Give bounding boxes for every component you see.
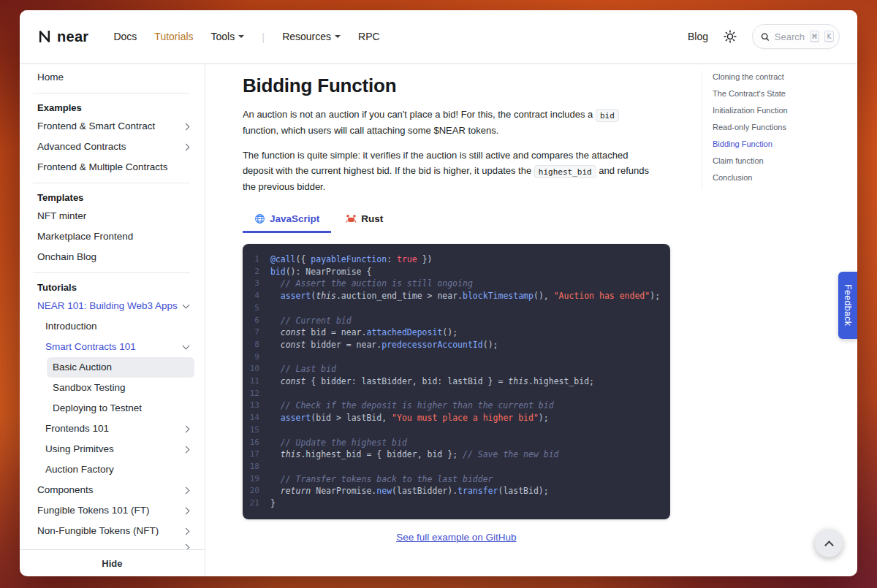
sidebar-item-near-101-building-web3-apps[interactable]: NEAR 101: Building Web3 Apps: [31, 296, 194, 316]
nav-item-tools[interactable]: Tools: [211, 31, 245, 42]
browser-window: near DocsTutorialsTools|ResourcesRPC Blo…: [20, 10, 857, 576]
toc-item-read-only-functions[interactable]: Read-only Functions: [713, 122, 848, 132]
code-line: 12: [243, 388, 670, 400]
chevron-right-icon[interactable]: [182, 425, 189, 432]
paragraph-line: The function is quite simple: it verifie…: [243, 148, 681, 163]
nav-item-docs[interactable]: Docs: [113, 31, 137, 42]
theme-toggle-button[interactable]: [720, 26, 740, 47]
code-content: // Transfer tokens back to the last bidd…: [270, 473, 493, 486]
toc-item-claim-function[interactable]: Claim function: [713, 156, 848, 166]
sidebar-item-basic-auction[interactable]: Basic Auction: [47, 357, 194, 378]
sidebar-item-label: Frontend & Smart Contract: [37, 120, 155, 133]
sidebar-item-label: NEAR 101: Building Web3 Apps: [37, 299, 178, 313]
sidebar-item-label: Frontend & Multiple Contracts: [37, 161, 168, 174]
toc-item-cloning-the-contract[interactable]: Cloning the contract: [713, 72, 848, 82]
sidebar-item-frontend-multiple-contracts[interactable]: Frontend & Multiple Contracts: [31, 157, 194, 177]
code-line: 3 // Assert the auction is still ongoing: [243, 278, 670, 290]
sidebar-item-fungible-tokens-101-ft[interactable]: Fungible Tokens 101 (FT): [31, 500, 194, 521]
content-area: HomeExamplesFrontend & Smart ContractAdv…: [20, 63, 857, 576]
paragraph-line: deposit with the current highest bid. If…: [243, 163, 681, 179]
sidebar-item-label: Smart Contracts 101: [45, 340, 136, 354]
code-content: assert(bid > lastBid, "You must place a …: [270, 412, 549, 424]
sidebar-item-nft-minter[interactable]: NFT minter: [31, 206, 194, 226]
code-line: 9: [243, 351, 670, 364]
chevron-right-icon[interactable]: [182, 143, 189, 150]
sidebar-item-using-primitves[interactable]: Using Primitves: [39, 439, 194, 459]
main-content: Bidding Function An auction is not an au…: [205, 63, 702, 576]
text-run: deposit with the current highest bid. If…: [243, 165, 534, 176]
toc-item-conclusion[interactable]: Conclusion: [713, 172, 848, 183]
chevron-right-icon[interactable]: [182, 544, 189, 549]
line-number: 9: [243, 351, 270, 364]
code-line: 16 // Update the highest bid: [243, 437, 670, 449]
sidebar-item-marketplace-frontend[interactable]: Marketplace Frontend: [31, 226, 194, 247]
chevron-down-icon[interactable]: [182, 343, 189, 350]
chevron-right-icon[interactable]: [182, 527, 189, 535]
sidebar-item-auction-factory[interactable]: Auction Factory: [39, 459, 194, 480]
feedback-button[interactable]: Feedback: [838, 272, 857, 339]
chevron-right-icon[interactable]: [182, 123, 189, 130]
sidebar-item-label: Using Primitves: [45, 443, 114, 456]
sidebar-item-components[interactable]: Components: [31, 480, 194, 500]
code-content: }: [270, 497, 276, 510]
paragraph: An auction is not an auction if you can'…: [243, 107, 681, 138]
chevron-right-icon[interactable]: [182, 507, 189, 514]
toc-item-initialization-function[interactable]: Initialization Function: [713, 105, 848, 115]
line-number: 8: [243, 339, 270, 351]
github-link[interactable]: See full example on GitHub: [243, 532, 670, 543]
line-number: 13: [243, 400, 270, 412]
nav-item-tutorials[interactable]: Tutorials: [154, 31, 193, 42]
page-title: Bidding Function: [243, 73, 665, 98]
line-number: 10: [243, 363, 270, 375]
sidebar-item-label: Non-Fungible Tokens (NFT): [37, 524, 159, 538]
inline-code: bid: [596, 109, 619, 122]
sidebar-item-non-fungible-tokens-nft[interactable]: Non-Fungible Tokens (NFT): [31, 521, 194, 541]
nav-item-resources[interactable]: Resources: [282, 31, 341, 42]
sidebar-divider: [33, 93, 190, 93]
sidebar-item-item[interactable]: [31, 541, 194, 549]
sidebar-item-advanced-contracts[interactable]: Advanced Contracts: [31, 137, 194, 157]
toc-item-the-contract-s-state[interactable]: The Contract's State: [713, 88, 848, 99]
code-content: // Update the highest bid: [270, 437, 407, 449]
sidebar-item-sandbox-testing[interactable]: Sandbox Testing: [47, 378, 194, 398]
code-content: bid(): NearPromise {: [270, 266, 371, 278]
sidebar-item-introduction[interactable]: Introduction: [39, 316, 194, 337]
sidebar-hide-button[interactable]: Hide: [20, 550, 205, 576]
paragraph-line: An auction is not an auction if you can'…: [243, 107, 681, 123]
sidebar-item-deploying-to-testnet[interactable]: Deploying to Testnet: [47, 398, 194, 419]
nav-item-blog[interactable]: Blog: [688, 31, 708, 42]
toc-item-bidding-function[interactable]: Bidding Function: [713, 139, 848, 149]
line-number: 14: [243, 412, 270, 424]
table-of-contents: Cloning the contractThe Contract's State…: [702, 63, 857, 576]
nav-item-label: Resources: [282, 31, 331, 42]
tab-rust[interactable]: Rust: [334, 207, 395, 233]
sidebar-item-onchain-blog[interactable]: Onchain Blog: [31, 247, 194, 267]
sidebar-item-frontend-smart-contract[interactable]: Frontend & Smart Contract: [31, 116, 194, 137]
sidebar-item-frontends-101[interactable]: Frontends 101: [39, 419, 194, 439]
line-number: 17: [243, 448, 270, 461]
scroll-top-button[interactable]: [815, 530, 843, 557]
paragraph-line: the previous bidder.: [243, 179, 681, 194]
line-number: 15: [243, 424, 270, 437]
chevron-right-icon[interactable]: [182, 486, 189, 494]
line-number: 18: [243, 461, 270, 473]
chevron-right-icon[interactable]: [182, 446, 189, 453]
sidebar-item-smart-contracts-101[interactable]: Smart Contracts 101: [39, 337, 194, 357]
tab-label: Rust: [361, 213, 383, 224]
text-run: and refunds: [596, 165, 649, 176]
code-line: 19 // Transfer tokens back to the last b…: [243, 473, 670, 486]
nav-item-rpc[interactable]: RPC: [358, 31, 380, 42]
caret-down-icon: [335, 35, 341, 38]
sidebar-item-home[interactable]: Home: [31, 67, 194, 88]
chevron-down-icon[interactable]: [182, 302, 189, 309]
tab-javascript[interactable]: JavaScript: [243, 207, 331, 233]
chevron-up-icon: [824, 541, 834, 550]
paragraph: The function is quite simple: it verifie…: [243, 148, 681, 194]
sidebar-item-label: Frontends 101: [45, 422, 109, 435]
line-number: 12: [243, 388, 270, 400]
search-button[interactable]: Search ⌘ K: [752, 24, 840, 49]
sidebar-section-tutorials: Tutorials: [31, 278, 194, 296]
code-content: assert(this.auction_end_time > near.bloc…: [270, 290, 660, 302]
near-logo[interactable]: near: [37, 28, 88, 45]
sidebar-item-label: Introduction: [45, 320, 97, 333]
